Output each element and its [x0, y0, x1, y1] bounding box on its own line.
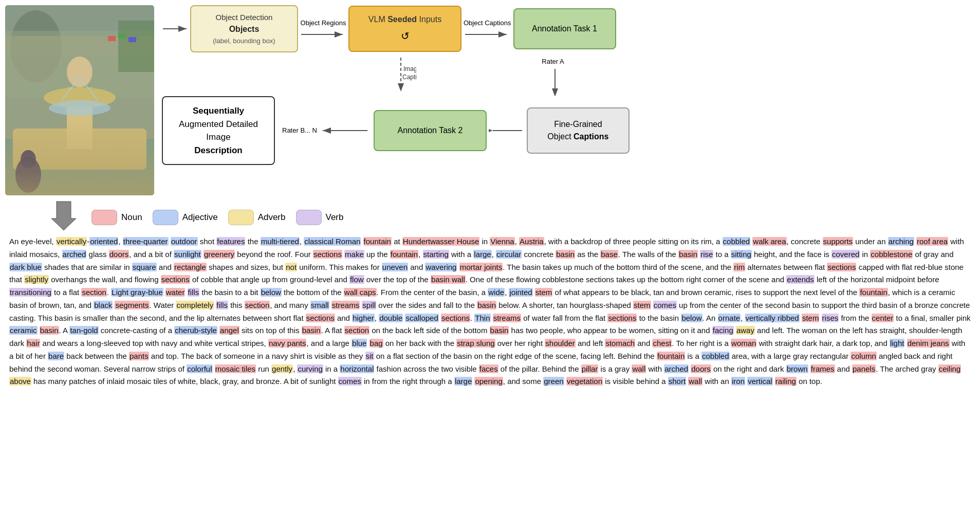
arrow-rater-a	[550, 68, 560, 96]
adj-label: Adjective	[182, 211, 218, 224]
photo-overlay	[5, 119, 154, 195]
hl-vertically: vertically	[56, 237, 87, 246]
svg-rect-15	[118, 21, 154, 72]
hl-basin4: basin	[40, 326, 59, 335]
hl-blue: blue	[352, 339, 367, 347]
rater-a-label: Rater A	[542, 57, 564, 67]
hl-completely: completely	[176, 301, 214, 309]
hl-roofarea: roof area	[916, 237, 948, 246]
hl-panels: panels	[852, 364, 876, 373]
arrow-finegrained-to-ann2	[489, 123, 525, 138]
hl-austria: Austria	[519, 237, 544, 246]
hl-iron: iron	[731, 377, 745, 386]
finegrained-box: Fine-Grained Object Captions	[527, 107, 630, 154]
hl-jointed: jointed	[509, 288, 532, 297]
hl-basin3: basin	[477, 301, 496, 309]
hl-fills1: fills	[188, 288, 200, 297]
hl-spill: spill	[362, 301, 376, 309]
hl-below1: below	[261, 288, 282, 297]
hl-cobbled: cobbled	[723, 237, 751, 246]
hl-arched: arched	[62, 250, 87, 259]
object-detection-box: Object Detection Objects (label, boundin…	[190, 5, 298, 52]
svg-text:Image: Image	[403, 65, 416, 72]
big-down-arrow	[51, 200, 76, 231]
hl-cherubstyle: cherub-style	[174, 326, 217, 335]
hl-basin2: basin	[678, 250, 698, 259]
hl-sections5: sections	[441, 314, 470, 322]
hl-large: large	[473, 250, 491, 259]
svg-rect-18	[128, 37, 136, 42]
vlm-box: VLM Seeded Inputs ↺	[348, 6, 461, 52]
hl-threequarter: three-quarter	[123, 237, 169, 246]
svg-point-10	[67, 57, 93, 87]
hl-above: above	[9, 377, 31, 386]
verb-label: Verb	[326, 211, 344, 224]
hl-opening: opening	[474, 377, 503, 386]
hl-oriented: oriented	[89, 237, 118, 246]
photo-container	[5, 5, 154, 195]
legend-row: Noun Adjective Adverb Verb	[91, 210, 343, 225]
hl-facing: facing	[712, 326, 734, 335]
hl-frames: frames	[810, 364, 835, 373]
hl-horizontal: horizontal	[340, 364, 374, 373]
hl-fills2: fills	[216, 301, 228, 309]
hl-scalloped: scalloped	[405, 314, 438, 322]
hl-ceiling: ceiling	[938, 364, 961, 373]
hl-away: away	[736, 326, 755, 335]
obj-det-line3: (label, bounding box)	[213, 36, 275, 46]
svg-rect-16	[108, 36, 116, 41]
hl-fountain3: fountain	[859, 288, 887, 297]
hl-comesin: comes	[338, 377, 362, 386]
hl-wallcaps: wall caps	[344, 288, 377, 297]
hl-thin: Thin	[474, 314, 490, 322]
hl-outdoor: outdoor	[171, 237, 198, 246]
hl-short: short	[668, 377, 686, 386]
vlm-rotate-icon: ↺	[401, 28, 410, 44]
hl-covered: covered	[831, 250, 860, 259]
hl-streamsapi: streams	[331, 301, 360, 309]
sadid-box: Sequentially Augmented Detailed Image De…	[162, 96, 275, 165]
hl-fountain1: fountain	[363, 237, 392, 246]
hl-uneven: uneven	[382, 263, 408, 271]
hl-wavering: wavering	[425, 263, 457, 271]
hl-railing: railing	[775, 377, 797, 386]
svg-rect-17	[118, 33, 126, 39]
noun-label: Noun	[121, 211, 142, 224]
diagram-area: Object Detection Objects (label, boundin…	[162, 5, 975, 165]
hl-sections3: sections	[161, 275, 190, 284]
hl-features: features	[216, 237, 245, 246]
hl-ceramic: ceramic	[9, 326, 38, 335]
hl-fountain4: fountain	[657, 352, 685, 360]
hl-circular: circular	[496, 250, 522, 259]
vlm-line1: VLM Seeded Inputs	[368, 13, 441, 26]
legend-adj: Adjective	[153, 210, 218, 225]
hl-shoulder: shoulder	[545, 339, 576, 347]
obj-det-line2: Objects	[229, 23, 260, 36]
svg-text:Caption: Caption	[402, 74, 416, 81]
hl-chest: chest	[652, 339, 672, 347]
hl-section2: section	[245, 301, 270, 309]
legend-adv: Adverb	[228, 210, 286, 225]
hl-double: double	[379, 314, 403, 322]
hl-extends: extends	[786, 275, 815, 284]
hl-brown: brown	[786, 364, 808, 373]
hl-rim: rim	[733, 263, 745, 271]
hl-sections2: sections	[827, 263, 856, 271]
hl-sections6: sections	[607, 314, 637, 322]
hl-streams2: streams	[493, 314, 521, 322]
hl-transitioning: transitioning	[9, 288, 52, 297]
hl-faces: faces	[479, 364, 498, 373]
hl-angel: angel	[219, 326, 239, 335]
hl-comes: comes	[653, 301, 677, 309]
top-section: Object Detection Objects (label, boundin…	[5, 5, 975, 195]
description-text: An eye-level, vertically-oriented, three…	[5, 235, 975, 388]
object-regions-label: Object Regions	[301, 18, 346, 28]
svg-marker-37	[51, 202, 76, 230]
hl-sitting: sitting	[731, 250, 752, 259]
hl-center: center	[872, 314, 894, 322]
noun-swatch	[91, 210, 117, 225]
adv-label: Adverb	[258, 211, 286, 224]
arrow-rater-bn: Rater B... N	[282, 123, 372, 138]
hl-vertically2: vertically ribbed	[745, 314, 800, 322]
hl-basin1: basin	[556, 250, 575, 259]
